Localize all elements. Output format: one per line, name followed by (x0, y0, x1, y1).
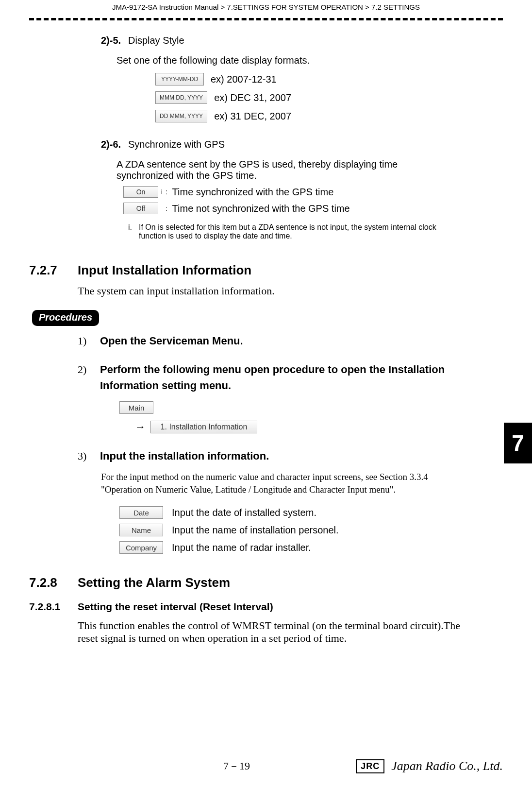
heading-title-alarm-system: Setting the Alarm System (78, 575, 230, 590)
colon-separator: : (166, 205, 167, 212)
company-field-button[interactable]: Company (119, 541, 163, 554)
date-format-dd-mmm-yyyy-button[interactable]: DD MMM, YYYY (155, 110, 207, 122)
jrc-logo-box: JRC (356, 759, 384, 773)
colon-separator: : (166, 188, 167, 196)
date-format-yyyy-mm-dd-example: ex) 2007-12-31 (211, 74, 277, 85)
footnote-mark-i: i. (128, 223, 132, 240)
footnote-text-i: If On is selected for this item but a ZD… (139, 223, 458, 240)
section-num-2-5: 2)-5. (101, 35, 128, 46)
name-field-button[interactable]: Name (119, 524, 163, 536)
sync-on-button[interactable]: On (123, 186, 158, 198)
company-field-desc: Input the name of radar installer. (172, 542, 311, 553)
main-menu-button[interactable]: Main (119, 401, 153, 414)
installation-information-menu-button[interactable]: 1. Installation Information (150, 421, 257, 433)
breadcrumb: JMA-9172-SA Instruction Manual > 7.SETTI… (29, 0, 503, 14)
sync-on-desc: Time synchronized with the GPS time (172, 187, 334, 198)
heading-title-reset-interval: Setting the reset interval (Reset Interv… (78, 601, 273, 613)
display-style-intro: Set one of the following date display fo… (116, 55, 503, 66)
heading-num-7-2-8-1: 7.2.8.1 (29, 601, 78, 613)
sync-off-button[interactable]: Off (123, 203, 158, 214)
heading-num-7-2-7: 7.2.7 (29, 263, 78, 278)
divider-dashed (29, 18, 503, 20)
page-number: 7－19 (223, 759, 250, 773)
step-text-2: Perform the following menu open procedur… (100, 361, 459, 394)
date-format-dd-mmm-yyyy-example: ex) 31 DEC, 2007 (214, 111, 291, 122)
section-num-2-6: 2)-6. (101, 139, 128, 150)
date-format-yyyy-mm-dd-button[interactable]: YYYY-MM-DD (155, 73, 204, 86)
input-installation-intro: The system can input installation inform… (78, 285, 476, 297)
footnote-ref-i: i (161, 188, 163, 195)
step-num-3: 3) (78, 450, 91, 462)
date-format-mmm-dd-yyyy-example: ex) DEC 31, 2007 (214, 92, 291, 103)
step-num-1: 1) (78, 335, 91, 347)
step-num-2: 2) (78, 363, 91, 376)
arrow-right-icon: → (135, 421, 146, 433)
date-field-button[interactable]: Date (119, 506, 163, 519)
reset-interval-body: This function enables the control of WMR… (78, 619, 476, 645)
heading-title-input-installation-info: Input Installation Information (78, 263, 251, 278)
step-text-3: Input the installation information. (100, 448, 269, 464)
section-title-sync-gps: Synchronize with GPS (128, 139, 225, 150)
step-text-1: Open the Serviceman Menu. (100, 333, 243, 349)
step-3-note: For the input method on the numeric valu… (101, 471, 470, 496)
sync-gps-intro: A ZDA sentence sent by the GPS is used, … (116, 159, 456, 181)
section-title-display-style: Display Style (128, 35, 184, 46)
heading-num-7-2-8: 7.2.8 (29, 575, 78, 590)
name-field-desc: Input the name of installation personel. (172, 525, 339, 536)
date-format-mmm-dd-yyyy-button[interactable]: MMM DD, YYYY (155, 91, 207, 104)
sync-off-desc: Time not synchronized with the GPS time (172, 203, 350, 214)
jrc-logo-script: Japan Radio Co., Ltd. (391, 759, 503, 773)
procedures-label: Procedures (32, 310, 99, 326)
chapter-side-tab: 7 (504, 423, 532, 463)
date-field-desc: Input the date of installed system. (172, 507, 316, 518)
